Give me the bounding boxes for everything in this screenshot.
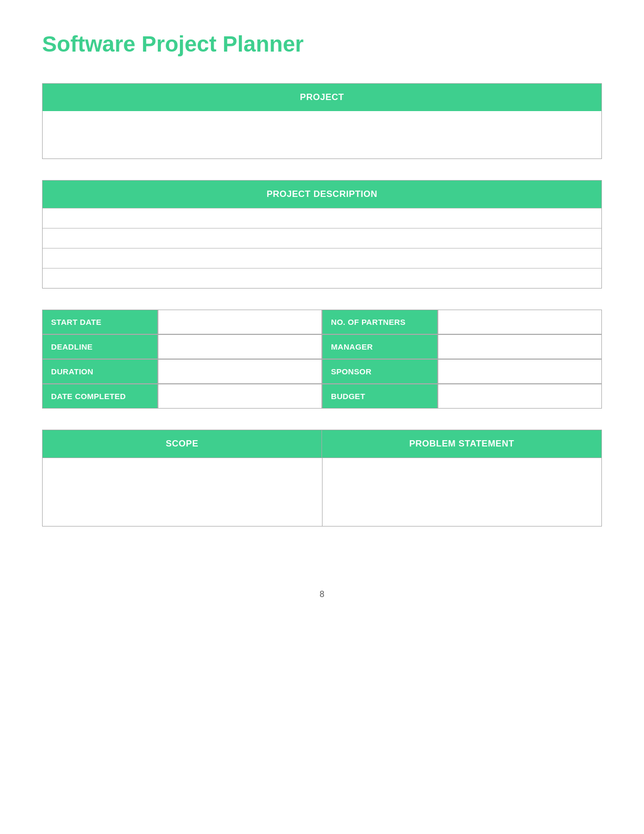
scope-problem-section: SCOPE PROBLEM STATEMENT [42, 430, 602, 527]
description-row[interactable] [43, 208, 601, 228]
budget-label: BUDGET [322, 384, 438, 409]
scope-header: SCOPE [43, 430, 322, 458]
no-of-partners-label: NO. OF PARTNERS [322, 310, 438, 334]
project-section: PROJECT [42, 83, 602, 159]
page-number: 8 [42, 590, 602, 599]
deadline-value[interactable] [158, 334, 322, 359]
description-rows [43, 208, 601, 288]
scope-value[interactable] [43, 458, 323, 526]
date-completed-value[interactable] [158, 384, 322, 409]
info-grid: START DATE NO. OF PARTNERS DEADLINE MANA… [42, 310, 602, 409]
duration-value[interactable] [158, 359, 322, 384]
description-row[interactable] [43, 248, 601, 268]
page-title: Software Project Planner [42, 32, 602, 57]
project-value[interactable] [43, 111, 601, 158]
budget-value[interactable] [438, 384, 602, 409]
start-date-label: START DATE [42, 310, 158, 334]
manager-label: MANAGER [322, 334, 438, 359]
project-header: PROJECT [43, 84, 601, 111]
duration-label: DURATION [42, 359, 158, 384]
date-completed-label: DATE COMPLETED [42, 384, 158, 409]
project-description-header: PROJECT DESCRIPTION [43, 181, 601, 208]
problem-statement-header: PROBLEM STATEMENT [322, 430, 601, 458]
description-row[interactable] [43, 268, 601, 288]
project-description-section: PROJECT DESCRIPTION [42, 180, 602, 289]
scope-problem-body [43, 458, 601, 526]
sponsor-label: SPONSOR [322, 359, 438, 384]
start-date-value[interactable] [158, 310, 322, 334]
description-row[interactable] [43, 228, 601, 248]
problem-statement-value[interactable] [323, 458, 602, 526]
manager-value[interactable] [438, 334, 602, 359]
sponsor-value[interactable] [438, 359, 602, 384]
deadline-label: DEADLINE [42, 334, 158, 359]
no-of-partners-value[interactable] [438, 310, 602, 334]
